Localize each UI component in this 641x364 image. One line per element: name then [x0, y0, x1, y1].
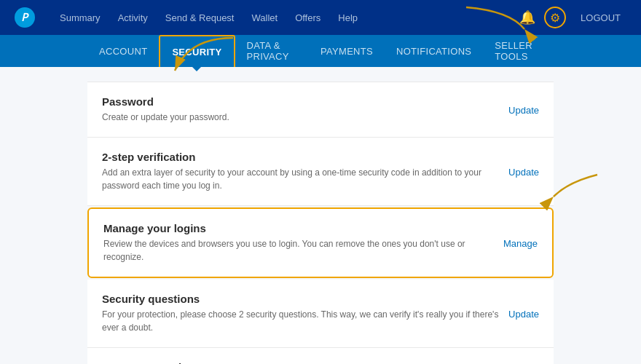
password-text: Password Create or update your password. — [102, 95, 508, 124]
nav-help[interactable]: Help — [331, 9, 365, 26]
password-action: Update — [508, 103, 539, 116]
nav-wallet[interactable]: Wallet — [244, 9, 285, 26]
notifications-bell-icon[interactable]: 🔔 — [519, 9, 535, 25]
customer-service-pin-text: Customer service PIN Customer service PI… — [102, 361, 508, 364]
nav-activity[interactable]: Activity — [111, 9, 155, 26]
subnav-notifications[interactable]: NOTIFICATIONS — [385, 35, 483, 67]
password-update-link[interactable]: Update — [508, 105, 539, 116]
security-questions-title: Security questions — [102, 293, 508, 305]
top-nav-right: 🔔 ⚙ LOGOUT — [519, 7, 626, 28]
two-step-section: 2-step verification Add an extra layer o… — [87, 138, 554, 206]
password-desc: Create or update your password. — [102, 111, 508, 124]
paypal-logo-text: 𝘗 — [22, 11, 28, 24]
subnav-account[interactable]: ACCOUNT — [87, 35, 159, 67]
subnav-data-privacy[interactable]: DATA & PRIVACY — [235, 35, 310, 67]
sub-nav: ACCOUNT SECURITY DATA & PRIVACY PAYMENTS… — [0, 35, 641, 67]
two-step-update-link[interactable]: Update — [508, 167, 539, 178]
top-nav-links: Summary Activity Send & Request Wallet O… — [52, 9, 519, 26]
manage-logins-section: Manage your logins Review the devices an… — [87, 207, 554, 278]
top-nav: 𝘗 Summary Activity Send & Request Wallet… — [0, 0, 641, 35]
settings-gear-button[interactable]: ⚙ — [544, 7, 566, 28]
customer-service-pin-section: Customer service PIN Customer service PI… — [87, 348, 554, 364]
manage-logins-action: Manage — [503, 237, 538, 250]
security-questions-text: Security questions For your protection, … — [102, 293, 508, 334]
two-step-text: 2-step verification Add an extra layer o… — [102, 151, 508, 192]
subnav-seller-tools[interactable]: SELLER TOOLS — [483, 35, 554, 67]
main-content: Password Create or update your password.… — [0, 67, 641, 364]
nav-summary[interactable]: Summary — [52, 9, 108, 26]
customer-service-pin-title: Customer service PIN — [102, 361, 508, 364]
manage-logins-desc: Review the devices and browsers you use … — [103, 237, 503, 264]
logout-button[interactable]: LOGOUT — [575, 9, 626, 26]
paypal-logo: 𝘗 — [15, 7, 35, 28]
subnav-payments[interactable]: PAYMENTS — [309, 35, 385, 67]
two-step-action: Update — [508, 165, 539, 178]
nav-send-request[interactable]: Send & Request — [158, 9, 242, 26]
security-questions-section: Security questions For your protection, … — [87, 280, 554, 348]
gear-icon: ⚙ — [550, 11, 560, 25]
two-step-title: 2-step verification — [102, 151, 508, 163]
two-step-desc: Add an extra layer of security to your a… — [102, 166, 508, 192]
manage-logins-title: Manage your logins — [103, 222, 503, 234]
subnav-security[interactable]: SECURITY — [159, 35, 235, 67]
nav-offers[interactable]: Offers — [288, 9, 328, 26]
password-title: Password — [102, 95, 508, 108]
security-questions-update-link[interactable]: Update — [508, 309, 539, 320]
manage-logins-text: Manage your logins Review the devices an… — [103, 222, 503, 264]
manage-logins-link[interactable]: Manage — [503, 238, 538, 249]
security-questions-desc: For your protection, please choose 2 sec… — [102, 308, 508, 334]
security-questions-action: Update — [508, 307, 539, 320]
password-section: Password Create or update your password.… — [87, 82, 554, 138]
